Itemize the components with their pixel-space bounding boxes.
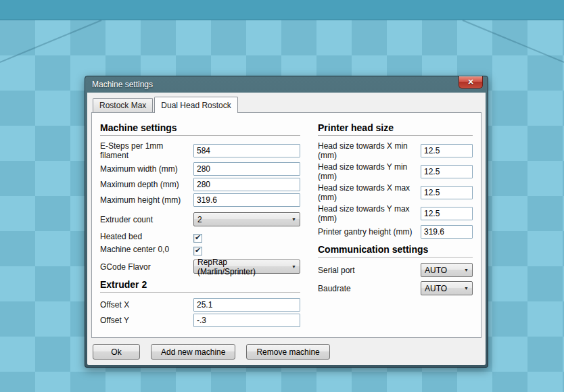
field-row: GCode Flavor RepRap (Marlin/Sprinter) ▼ [100,260,300,274]
baudrate-value: AUTO [425,284,447,293]
extruder-count-dropdown[interactable]: 2 ▼ [193,212,300,226]
max-depth-input[interactable] [193,178,300,191]
baudrate-dropdown[interactable]: AUTO ▼ [421,281,473,295]
heated-bed-checkbox[interactable]: ✔ [193,234,202,243]
max-width-input[interactable] [193,162,300,176]
dialog-title: Machine settings [92,80,153,89]
gantry-height-label: Printer gantry height (mm) [318,227,421,237]
head-y-max-label: Head size towards Y max (mm) [318,204,421,223]
machine-settings-dialog: Machine settings ✕ Rostock Max Dual Head… [85,76,488,368]
field-row: Extruder count 2 ▼ [100,212,300,226]
chevron-down-icon: ▼ [460,268,469,272]
checkmark-icon: ✔ [195,234,201,241]
tab-rostock-max[interactable]: Rostock Max [93,98,153,112]
gcode-flavor-value: RepRap (Marlin/Sprinter) [197,258,287,276]
head-y-min-label: Head size towards Y min (mm) [318,162,421,181]
dialog-titlebar[interactable]: Machine settings ✕ [85,76,488,93]
field-row: Serial port AUTO ▼ [318,263,473,277]
field-row: Printer gantry height (mm) [318,225,473,239]
field-row: Offset X [100,298,300,312]
printer-head-heading: Printer head size [318,122,473,136]
baudrate-label: Baudrate [318,284,421,293]
checkmark-icon: ✔ [195,247,201,254]
extruder2-heading: Extruder 2 [100,279,300,293]
field-row: Head size towards X min (mm) [318,141,473,160]
field-row: Maximum height (mm) [100,193,300,207]
field-row: Head size towards Y min (mm) [318,162,473,181]
field-row: Head size towards X max (mm) [318,183,473,202]
offset-y-input[interactable] [193,314,300,327]
head-x-min-label: Head size towards X min (mm) [318,141,421,160]
offset-x-input[interactable] [193,298,300,312]
head-x-min-input[interactable] [421,144,473,157]
head-y-min-input[interactable] [421,165,473,178]
serial-port-value: AUTO [425,266,447,275]
remove-machine-button[interactable]: Remove machine [246,344,329,360]
close-icon: ✕ [467,78,473,86]
machine-center-checkbox[interactable]: ✔ [193,247,202,255]
tab-panel: Machine settings E-Steps per 1mm filamen… [91,112,481,338]
head-x-max-input[interactable] [421,186,473,199]
machine-settings-column: Machine settings E-Steps per 1mm filamen… [100,117,300,329]
gcode-flavor-dropdown[interactable]: RepRap (Marlin/Sprinter) ▼ [193,260,300,274]
max-height-label: Maximum height (mm) [100,195,193,205]
close-button[interactable]: ✕ [459,76,483,89]
esteps-input[interactable] [193,144,300,157]
heated-bed-label: Heated bed [100,232,193,241]
printer-head-column: Printer head size Head size towards X mi… [318,117,473,329]
ok-button[interactable]: Ok [93,344,140,360]
extruder-count-value: 2 [197,215,202,224]
serial-port-dropdown[interactable]: AUTO ▼ [421,263,473,277]
machine-settings-heading: Machine settings [100,122,300,136]
chevron-down-icon: ▼ [287,264,296,269]
gantry-height-input[interactable] [421,225,473,239]
gcode-flavor-label: GCode Flavor [100,262,193,272]
field-row: E-Steps per 1mm filament [100,141,300,160]
communication-heading: Communication settings [318,244,473,258]
add-new-machine-button[interactable]: Add new machine [151,344,235,360]
max-width-label: Maximum width (mm) [100,164,193,174]
dialog-body: Rostock Max Dual Head Rostock Machine se… [87,93,486,365]
machine-center-label: Machine center 0,0 [100,245,193,254]
dialog-button-row: Ok Add new machine Remove machine [91,344,481,360]
chevron-down-icon: ▼ [287,217,296,222]
field-row: Head size towards Y max (mm) [318,204,473,223]
tab-bar: Rostock Max Dual Head Rostock [91,97,481,112]
checkbox-row: Heated bed ✔ [100,230,300,243]
tab-dual-head-rostock[interactable]: Dual Head Rostock [154,97,237,113]
chevron-down-icon: ▼ [460,286,469,291]
offset-x-label: Offset X [100,300,193,310]
viewport-top-band [0,0,564,20]
head-y-max-input[interactable] [421,207,473,220]
field-row: Offset Y [100,314,300,327]
max-height-input[interactable] [193,193,300,207]
esteps-label: E-Steps per 1mm filament [100,141,193,160]
field-row: Maximum depth (mm) [100,178,300,191]
field-row: Baudrate AUTO ▼ [318,281,473,295]
field-row: Maximum width (mm) [100,162,300,176]
head-x-max-label: Head size towards X max (mm) [318,183,421,202]
checkbox-row: Machine center 0,0 ✔ [100,243,300,255]
extruder-count-label: Extruder count [100,215,193,224]
serial-port-label: Serial port [318,266,421,275]
offset-y-label: Offset Y [100,316,193,325]
max-depth-label: Maximum depth (mm) [100,180,193,189]
